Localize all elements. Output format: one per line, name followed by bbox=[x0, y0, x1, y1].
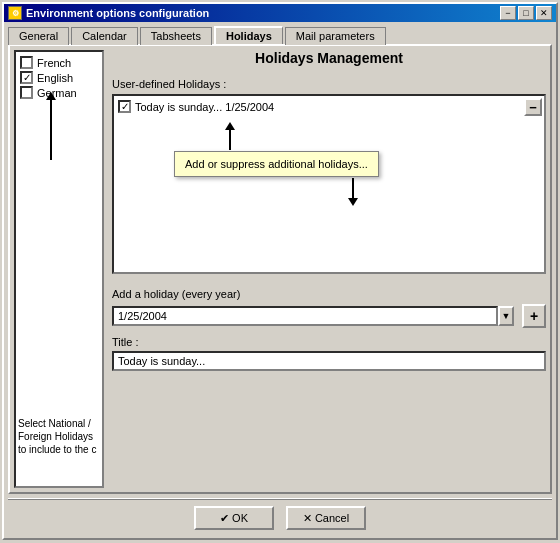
tab-mail-parameters[interactable]: Mail parameters bbox=[285, 27, 386, 45]
add-section: Add a holiday (every year) ▼ + Title : bbox=[112, 288, 546, 371]
add-row: ▼ + bbox=[112, 304, 546, 328]
window-title: Environment options configuration bbox=[26, 7, 209, 19]
close-button[interactable]: ✕ bbox=[536, 6, 552, 20]
date-input[interactable] bbox=[112, 306, 498, 326]
german-label: German bbox=[37, 87, 77, 99]
main-panel: Holidays Management User-defined Holiday… bbox=[112, 50, 546, 488]
app-icon: ⚙ bbox=[8, 6, 22, 20]
holiday-list-item: ✓ Today is sunday... 1/25/2004 bbox=[118, 100, 540, 113]
tooltip-arrow-down-head bbox=[348, 198, 358, 206]
sidebar-item-english: ✓ English bbox=[20, 71, 98, 84]
title-input[interactable] bbox=[112, 351, 546, 371]
sidebar-item-french: French bbox=[20, 56, 98, 69]
german-checkbox[interactable] bbox=[20, 86, 33, 99]
title-field-label: Title : bbox=[112, 336, 546, 348]
holidays-list-inner: ✓ Today is sunday... 1/25/2004 bbox=[114, 96, 544, 272]
holiday-text: Today is sunday... 1/25/2004 bbox=[135, 101, 274, 113]
tab-tabsheets[interactable]: Tabsheets bbox=[140, 27, 212, 45]
english-label: English bbox=[37, 72, 73, 84]
main-window: ⚙ Environment options configuration − □ … bbox=[2, 2, 558, 540]
title-bar: ⚙ Environment options configuration − □ … bbox=[4, 4, 556, 22]
sidebar-item-german: German bbox=[20, 86, 98, 99]
holiday-checkbox[interactable]: ✓ bbox=[118, 100, 131, 113]
ok-button[interactable]: ✔ OK bbox=[194, 506, 274, 530]
maximize-button[interactable]: □ bbox=[518, 6, 534, 20]
tooltip-text: Add or suppress additional holidays... bbox=[185, 158, 368, 170]
user-defined-label: User-defined Holidays : bbox=[112, 78, 546, 90]
sidebar-arrow bbox=[46, 92, 56, 160]
tooltip-arrow-down-line bbox=[352, 178, 354, 198]
tab-holidays[interactable]: Holidays bbox=[214, 26, 283, 44]
tooltip-arrow-up-head bbox=[225, 122, 235, 130]
tooltip: Add or suppress additional holidays... bbox=[174, 151, 379, 177]
english-checkbox[interactable]: ✓ bbox=[20, 71, 33, 84]
tab-general[interactable]: General bbox=[8, 27, 69, 45]
sidebar-note: Select National / Foreign Holidays to in… bbox=[18, 417, 102, 456]
cancel-button[interactable]: ✕ Cancel bbox=[286, 506, 366, 530]
main-title: Holidays Management bbox=[112, 50, 546, 66]
sidebar: French ✓ English German Select National … bbox=[14, 50, 104, 488]
arrow-head-up bbox=[46, 92, 56, 100]
bottom-bar: ✔ OK ✕ Cancel bbox=[4, 498, 556, 538]
tooltip-arrow-up-line bbox=[229, 130, 231, 150]
title-bar-text: ⚙ Environment options configuration bbox=[8, 6, 209, 20]
french-checkbox[interactable] bbox=[20, 56, 33, 69]
french-label: French bbox=[37, 57, 71, 69]
add-label: Add a holiday (every year) bbox=[112, 288, 546, 300]
combo-dropdown-button[interactable]: ▼ bbox=[498, 306, 514, 326]
minimize-button[interactable]: − bbox=[500, 6, 516, 20]
remove-holiday-button[interactable]: − bbox=[524, 98, 542, 116]
title-controls: − □ ✕ bbox=[500, 6, 552, 20]
content-area: French ✓ English German Select National … bbox=[8, 44, 552, 494]
holidays-list: ✓ Today is sunday... 1/25/2004 − Add or … bbox=[112, 94, 546, 274]
tab-calendar[interactable]: Calendar bbox=[71, 27, 138, 45]
tabs-bar: General Calendar Tabsheets Holidays Mail… bbox=[4, 24, 556, 44]
add-holiday-button[interactable]: + bbox=[522, 304, 546, 328]
arrow-line bbox=[50, 100, 52, 160]
date-combo-wrap: ▼ bbox=[112, 306, 514, 326]
